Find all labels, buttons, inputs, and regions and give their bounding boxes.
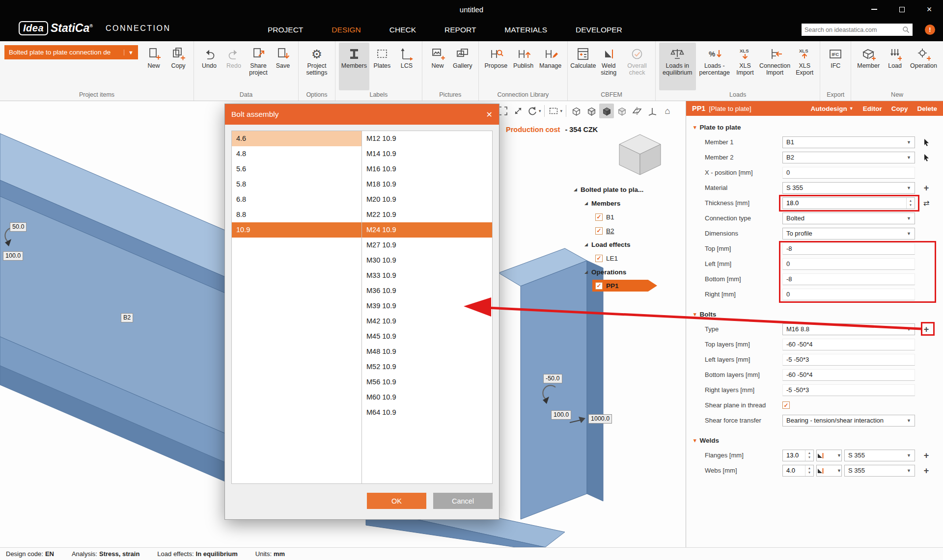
dimension-label[interactable]: 50.0 (10, 222, 27, 232)
stepper-arrows-icon[interactable]: ▲▼ (805, 465, 813, 476)
member1-dropdown[interactable]: B1▼ (782, 136, 915, 148)
search-input[interactable] (804, 27, 902, 33)
left-offset-input[interactable]: 0 (782, 258, 915, 270)
search-box[interactable] (802, 24, 913, 36)
autodesign-button[interactable]: Autodesign▼ (811, 105, 854, 112)
tree-item-b2[interactable]: ✓B2 (574, 224, 657, 238)
dimensions-dropdown[interactable]: To profile▼ (782, 228, 915, 240)
section-bolts[interactable]: ▾Bolts (686, 307, 943, 321)
list-item[interactable]: 8.8 (232, 207, 361, 222)
undo-button[interactable]: Undo (197, 43, 221, 90)
connection-type-dropdown[interactable]: Bolted▼ (782, 213, 915, 224)
section-welds[interactable]: ▾Welds (686, 433, 943, 448)
pick-member-icon[interactable] (923, 138, 930, 146)
home-view-icon[interactable]: ⌂ (660, 104, 675, 118)
project-settings-button[interactable]: ⚙ Project settings (302, 43, 332, 90)
ifc-export-button[interactable]: IFC IFC (824, 43, 847, 90)
maximize-icon[interactable] (888, 0, 915, 19)
tree-item-load-effects[interactable]: ◢Load effects (574, 238, 657, 251)
connection-import-button[interactable]: Connection Import (758, 43, 792, 90)
list-item[interactable]: M33 10.9 (362, 268, 492, 283)
dialog-close-icon[interactable]: ✕ (486, 110, 493, 119)
list-item[interactable]: 6.8 (232, 192, 361, 207)
select-box-icon[interactable]: ▾ (547, 104, 563, 118)
list-item[interactable]: M22 10.9 (362, 207, 492, 222)
add-weld-material-icon[interactable]: + (924, 466, 929, 475)
weld-sizing-button[interactable]: Weld sizing (596, 43, 621, 90)
list-item[interactable]: M27 10.9 (362, 238, 492, 253)
xls-import-button[interactable]: XLS XLS Import (733, 43, 757, 90)
plates-labels-button[interactable]: Plates (370, 43, 394, 90)
axes-icon[interactable] (645, 104, 660, 118)
list-item[interactable]: M56 10.9 (362, 374, 492, 390)
list-item[interactable]: 5.6 (232, 161, 361, 177)
list-item[interactable]: M64 10.9 (362, 405, 492, 420)
tree-item-root[interactable]: ◢Bolted plate to pla... (574, 183, 657, 196)
list-item[interactable]: M30 10.9 (362, 253, 492, 268)
tab-design[interactable]: DESIGN (332, 26, 361, 34)
copy-item-button[interactable]: Copy (166, 43, 190, 90)
tab-check[interactable]: CHECK (389, 26, 416, 34)
list-item-selected[interactable]: 10.9 (232, 222, 361, 238)
tree-item-pp1[interactable]: ✓PP1 (574, 279, 657, 293)
section-plate-to-plate[interactable]: ▾Plate to plate (686, 120, 943, 134)
info-icon[interactable]: ! (925, 25, 935, 35)
tab-developer[interactable]: DEVELOPER (576, 26, 622, 34)
right-offset-input[interactable]: 0 (782, 289, 915, 300)
list-item[interactable]: M39 10.9 (362, 298, 492, 314)
ok-button[interactable]: OK (367, 493, 426, 509)
list-item-selected[interactable]: M24 10.9 (362, 222, 492, 238)
cancel-button[interactable]: Cancel (433, 493, 493, 509)
checkbox-checked-icon[interactable]: ✓ (595, 213, 603, 221)
bottom-layers-input[interactable]: -60 -50*4 (782, 369, 915, 381)
checkbox-checked-icon[interactable]: ✓ (595, 227, 603, 235)
list-item[interactable]: M45 10.9 (362, 329, 492, 344)
tree-item-members[interactable]: ◢Members (574, 196, 657, 210)
list-item[interactable]: M52 10.9 (362, 359, 492, 374)
viewport-3d[interactable]: 50.0 100.0 -50.0 100.0 1000.0 B2 ▾ ▾ ⌂ P… (0, 101, 686, 547)
bottom-offset-input[interactable]: -8 (782, 273, 915, 285)
section-plane-icon[interactable] (630, 104, 644, 118)
publish-button[interactable]: Publish (511, 43, 536, 90)
wireframe-view-icon[interactable] (569, 104, 583, 118)
expander-icon[interactable]: ◢ (584, 242, 588, 247)
right-layers-input[interactable]: -5 -50*3 (782, 384, 915, 396)
member-label-b2[interactable]: B2 (121, 313, 133, 322)
add-weld-material-icon[interactable]: + (924, 451, 929, 460)
list-item[interactable]: M36 10.9 (362, 283, 492, 298)
shear-force-transfer-dropdown[interactable]: Bearing - tension/shear interaction▼ (782, 415, 915, 427)
tree-item-operations[interactable]: ◢Operations (574, 265, 657, 279)
copy-operation-button[interactable]: Copy (891, 105, 908, 112)
thickness-stepper[interactable]: 18.0▲▼ (782, 197, 915, 209)
list-item[interactable]: M48 10.9 (362, 344, 492, 359)
selected-operation-banner[interactable]: ✓PP1 (592, 280, 657, 292)
new-project-item-button[interactable]: New (142, 43, 166, 90)
flange-weld-stepper[interactable]: 13.0▲▼ (782, 450, 814, 461)
list-item[interactable]: M14 10.9 (362, 146, 492, 161)
weld-type-button[interactable]: ▼ (816, 450, 842, 461)
propose-button[interactable]: Propose (482, 43, 510, 90)
lcs-labels-button[interactable]: LCS (395, 43, 418, 90)
calculate-button[interactable]: Calculate (571, 43, 595, 90)
list-item[interactable]: M60 10.9 (362, 390, 492, 405)
checkbox-checked-icon[interactable]: ✓ (595, 255, 603, 262)
top-layers-input[interactable]: -60 -50*4 (782, 339, 915, 350)
tree-item-b1[interactable]: ✓B1 (574, 210, 657, 224)
list-item[interactable]: M42 10.9 (362, 314, 492, 329)
close-icon[interactable]: × (915, 0, 943, 19)
dialog-titlebar[interactable]: Bolt assembly ✕ (225, 104, 499, 125)
list-item[interactable]: 4.6 (232, 131, 361, 146)
stepper-arrows-icon[interactable]: ▲▼ (906, 198, 915, 209)
member2-dropdown[interactable]: B2▼ (782, 152, 915, 163)
expander-icon[interactable]: ◢ (584, 201, 588, 206)
shaded-view-icon[interactable] (599, 104, 614, 118)
web-weld-material-dropdown[interactable]: S 355▼ (844, 465, 915, 477)
loads-percentage-button[interactable]: % Loads - percentage (697, 43, 732, 90)
editor-button[interactable]: Editor (863, 105, 882, 112)
add-material-icon[interactable]: + (924, 184, 929, 192)
xls-export-button[interactable]: XLS XLS Export (793, 43, 816, 90)
dimension-label[interactable]: 1000.0 (588, 414, 612, 424)
flange-weld-material-dropdown[interactable]: S 355▼ (844, 450, 915, 461)
bolt-type-dropdown[interactable]: M16 8.8▼ (782, 323, 915, 335)
new-load-button[interactable]: Load (883, 43, 907, 90)
